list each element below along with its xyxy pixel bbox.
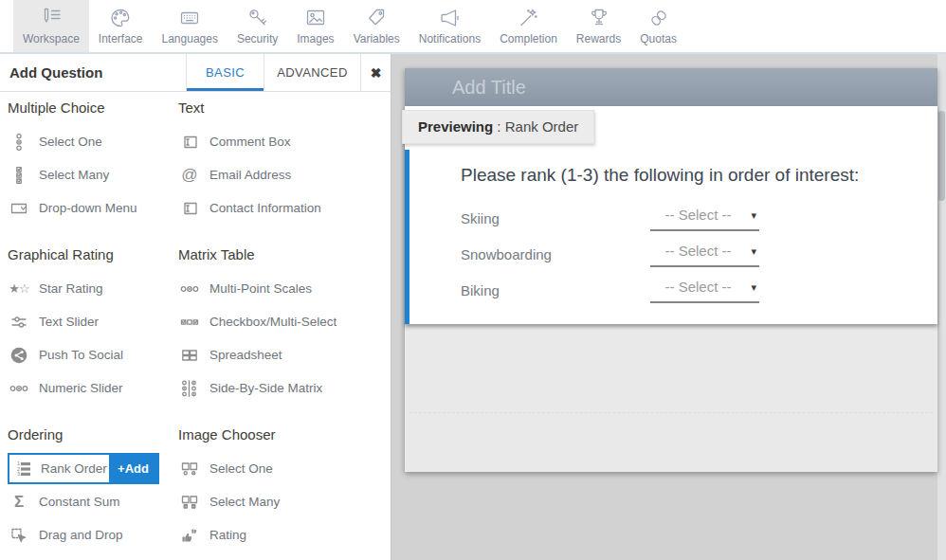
thumbs-icon [178, 526, 201, 545]
toolbar-item-images[interactable]: Images [287, 0, 343, 52]
toolbar-item-completion[interactable]: Completion [490, 0, 567, 52]
add-title-field[interactable]: Add Title [405, 68, 937, 106]
question-type-text-slider[interactable]: Text Slider [8, 305, 176, 338]
drop-zone-divider [409, 412, 933, 413]
caret-down-icon: ▾ [751, 281, 756, 294]
tag-icon [364, 5, 389, 30]
checkbox-list-icon [8, 166, 30, 185]
toolbar-item-quotas[interactable]: Quotas [630, 0, 686, 52]
close-icon[interactable]: ✖ [360, 54, 391, 91]
rank-select-snowboarding[interactable]: -- Select -- ▾ [650, 239, 759, 267]
textbox-icon [178, 133, 201, 152]
rank-select-biking[interactable]: -- Select -- ▾ [650, 275, 759, 303]
question-type-rank-order-selected[interactable]: 123 Rank Order +Add [8, 452, 176, 485]
rank-item-label: Snowboarding [461, 246, 552, 262]
toolbar-item-rewards[interactable]: Rewards [567, 0, 630, 52]
previewing-badge: Previewing : Rank Order [402, 110, 594, 144]
magic-wand-icon [516, 5, 540, 30]
toolbar-item-label: Images [297, 32, 334, 45]
radio-list-icon [8, 133, 30, 152]
section-image-chooser: Image Chooser Select One Select Many Rat… [178, 426, 389, 551]
question-type-numeric-slider[interactable]: Numeric Slider [8, 371, 176, 405]
rank-select-skiing[interactable]: -- Select -- ▾ [650, 203, 759, 231]
question-type-constant-sum[interactable]: Σ Constant Sum [8, 485, 176, 518]
checkbox-row-icon [178, 313, 201, 332]
question-type-image-rating[interactable]: Rating [178, 518, 389, 551]
top-toolbar: Workspace Interface Languages Security I… [0, 0, 946, 54]
section-graphical-rating: Graphical Rating ★☆ Star Rating Text Sli… [8, 246, 176, 405]
sigma-icon: Σ [8, 494, 30, 510]
question-type-checkbox-multi-select[interactable]: Checkbox/Multi-Select [178, 305, 389, 338]
toolbar-item-label: Quotas [640, 32, 677, 45]
svg-text:3: 3 [17, 471, 20, 477]
radio-row-icon [8, 379, 30, 398]
section-title: Matrix Table [178, 246, 389, 267]
scrollbar-thumb[interactable] [938, 111, 945, 201]
toolbar-item-label: Completion [500, 32, 557, 45]
question-type-star-rating[interactable]: ★☆ Star Rating [8, 272, 176, 305]
question-title: Please rank (1-3) the following in order… [461, 165, 859, 186]
section-multiple-choice: Multiple Choice Select One Select Many D… [8, 99, 176, 225]
toolbar-item-notifications[interactable]: Notifications [409, 0, 490, 52]
toolbar-item-label: Notifications [419, 32, 481, 45]
add-question-button[interactable]: +Add [109, 455, 157, 482]
megaphone-icon [437, 5, 462, 30]
tab-basic[interactable]: BASIC [186, 54, 264, 91]
question-type-select-one[interactable]: Select One [8, 125, 176, 158]
chain-icon [646, 5, 671, 30]
toolbar-item-workspace[interactable]: Workspace [13, 0, 89, 52]
image-icon [303, 5, 328, 30]
workspace-icon [39, 5, 64, 30]
section-title: Text [178, 99, 389, 120]
rank-item-label: Skiing [461, 210, 500, 226]
panel-header: Add Question BASIC ADVANCED ✖ [0, 54, 391, 92]
question-type-image-select-many[interactable]: Select Many [178, 485, 389, 518]
toolbar-item-variables[interactable]: Variables [344, 0, 409, 52]
section-text: Text Comment Box @ Email Address Contact… [178, 99, 389, 225]
question-type-multi-point-scales[interactable]: Multi-Point Scales [178, 272, 389, 305]
question-type-email-address[interactable]: @ Email Address [178, 158, 389, 191]
section-title: Image Chooser [178, 426, 389, 447]
numbered-list-icon: 123 [12, 460, 35, 479]
tab-advanced[interactable]: ADVANCED [264, 54, 360, 91]
question-type-drag-and-drop[interactable]: Drag and Drop [8, 518, 176, 551]
dropdown-box-icon [8, 199, 30, 218]
key-icon [246, 5, 270, 30]
question-type-spreadsheet[interactable]: Spreadsheet [178, 338, 389, 371]
palette-icon [108, 5, 133, 30]
radio-row-icon [178, 280, 201, 298]
question-type-image-select-one[interactable]: Select One [178, 452, 389, 485]
question-type-side-by-side-matrix[interactable]: Side-By-Side Matrix [178, 371, 389, 405]
toolbar-item-label: Interface [99, 32, 143, 45]
drag-cursor-icon [8, 526, 30, 545]
question-type-contact-information[interactable]: Contact Information [178, 191, 389, 225]
question-type-dropdown-menu[interactable]: Drop-down Menu [8, 191, 176, 225]
toolbar-item-label: Workspace [23, 32, 80, 45]
keyboard-icon [177, 5, 202, 30]
textbox-icon [178, 199, 201, 218]
section-title: Multiple Choice [8, 99, 176, 120]
rank-order-row[interactable]: 123 Rank Order +Add [8, 453, 159, 484]
stars-icon: ★☆ [8, 282, 30, 295]
question-type-select-many[interactable]: Select Many [8, 158, 176, 191]
previewing-value: Rank Order [505, 118, 579, 135]
section-title: Graphical Rating [8, 246, 176, 267]
previewing-separator: : [493, 118, 505, 135]
rank-item-label: Biking [461, 282, 500, 298]
add-question-panel: Add Question BASIC ADVANCED ✖ Multiple C… [0, 54, 391, 560]
question-type-comment-box[interactable]: Comment Box [178, 125, 389, 158]
caret-down-icon: ▾ [751, 209, 756, 222]
at-sign-icon: @ [178, 167, 201, 183]
section-ordering: Ordering 123 Rank Order +Add Σ Constant … [8, 426, 176, 551]
toolbar-item-label: Rewards [576, 32, 621, 45]
section-title: Ordering [8, 426, 176, 447]
section-matrix-table: Matrix Table Multi-Point Scales Checkbox… [178, 246, 389, 405]
toolbar-item-languages[interactable]: Languages [153, 0, 227, 52]
question-type-push-to-social[interactable]: Push To Social [8, 338, 176, 371]
toolbar-item-interface[interactable]: Interface [89, 0, 153, 52]
matrix-radios-icon [178, 379, 201, 398]
toolbar-item-security[interactable]: Security [227, 0, 287, 52]
vertical-scrollbar[interactable] [937, 54, 946, 560]
question-preview-panel: Add Title Previewing : Rank Order Please… [405, 68, 937, 472]
toolbar-item-label: Languages [162, 32, 218, 45]
